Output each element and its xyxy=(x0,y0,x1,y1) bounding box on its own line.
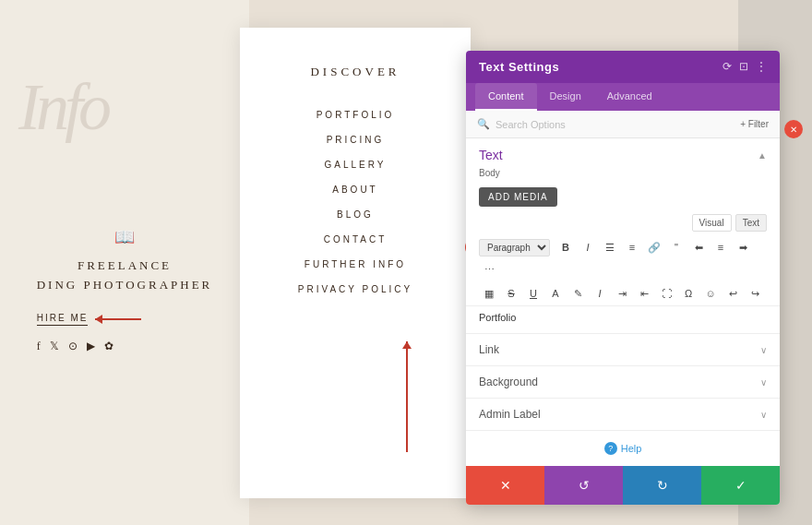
discover-title: DISCOVER xyxy=(310,65,400,79)
paragraph-select[interactable]: Paragraph xyxy=(479,239,550,257)
unordered-list-btn[interactable]: ☰ xyxy=(600,237,620,257)
panel-body: Text ▲ Body ADD MEDIA Visual Text Paragr… xyxy=(466,138,780,466)
undo-editor-btn[interactable]: ↩ xyxy=(722,283,743,304)
panel-tabs: Content Design Advanced xyxy=(466,83,780,111)
quote-left-btn[interactable]: " xyxy=(666,237,687,257)
nav-about[interactable]: ABOUT xyxy=(240,177,471,202)
help-link[interactable]: ? Help xyxy=(477,442,769,455)
twitter-icon[interactable]: 𝕏 xyxy=(50,340,59,353)
center-nav-panel: DISCOVER PORTFOLIO PRICING GALLERY ABOUT… xyxy=(240,28,471,498)
text-mode-btn[interactable]: Text xyxy=(735,214,767,232)
pinterest-icon[interactable]: ✿ xyxy=(104,340,113,353)
fullscreen-btn[interactable]: ⛶ xyxy=(656,283,676,304)
redo-editor-btn[interactable]: ↪ xyxy=(745,283,765,304)
youtube-icon[interactable]: ▶ xyxy=(87,340,95,353)
search-wrap: 🔍 Search Options xyxy=(477,118,566,130)
nav-blog[interactable]: BLOG xyxy=(240,202,471,227)
nav-pricing[interactable]: PRICING xyxy=(240,127,471,152)
help-label: Help xyxy=(621,443,642,454)
expand-icon[interactable]: ⊡ xyxy=(739,60,748,74)
photographer-title: FREELANCE DING PHOTOGRAPHER xyxy=(37,257,213,295)
format-toolbar-row1: Paragraph B I ☰ ≡ 🔗 " ⬅ ≡ ➡ ⋯ xyxy=(466,235,780,281)
text-section: Text ▲ Body ADD MEDIA Visual Text Paragr… xyxy=(466,138,780,334)
text-chevron-icon: ▲ xyxy=(758,150,767,161)
background-label: Background xyxy=(479,376,538,388)
nav-list: PORTFOLIO PRICING GALLERY ABOUT BLOG CON… xyxy=(240,102,471,302)
panel-close-x[interactable]: ✕ xyxy=(784,120,803,138)
body-label: Body xyxy=(466,168,780,184)
bold-btn[interactable]: B xyxy=(555,237,576,257)
special-char-btn[interactable]: Ω xyxy=(678,283,699,304)
nav-portfolio[interactable]: PORTFOLIO xyxy=(240,102,471,127)
align-left-btn[interactable]: ⬅ xyxy=(688,237,709,257)
link-btn[interactable]: 🔗 xyxy=(644,237,664,257)
tab-design[interactable]: Design xyxy=(537,83,594,111)
visual-mode-btn[interactable]: Visual xyxy=(692,214,732,232)
tab-advanced[interactable]: Advanced xyxy=(594,83,665,111)
search-icon: 🔍 xyxy=(477,118,490,130)
emoji-btn[interactable]: ☺ xyxy=(700,283,721,304)
filter-button[interactable]: + Filter xyxy=(740,119,769,129)
text-color-btn[interactable]: A xyxy=(545,283,566,304)
background-section[interactable]: Background ∨ xyxy=(466,366,780,399)
arrow-up xyxy=(406,341,408,452)
align-right-btn[interactable]: ➡ xyxy=(733,237,753,257)
confirm-button[interactable]: ✓ xyxy=(701,466,780,505)
link-section[interactable]: Link ∨ xyxy=(466,334,780,366)
more-formats-btn[interactable]: ⋯ xyxy=(479,259,499,280)
text-section-title: Text xyxy=(479,148,503,162)
table-btn[interactable]: ▦ xyxy=(479,283,499,304)
nav-privacy-policy[interactable]: PRIVACY POLICY xyxy=(240,277,471,302)
italic2-btn[interactable]: I xyxy=(590,283,610,304)
facebook-icon[interactable]: f xyxy=(37,340,41,353)
underline-btn[interactable]: U xyxy=(523,283,543,304)
instagram-icon[interactable]: ⊙ xyxy=(68,340,78,353)
text-section-header[interactable]: Text ▲ xyxy=(466,138,780,168)
panel-header: Text Settings ⟳ ⊡ ⋮ xyxy=(466,51,780,83)
more-icon[interactable]: ⋮ xyxy=(756,60,767,74)
indent-btn[interactable]: ⇥ xyxy=(612,283,632,304)
watermark: Info xyxy=(18,74,107,140)
left-panel: Info 📖 FREELANCE DING PHOTOGRAPHER HIRE … xyxy=(0,0,249,525)
redo-button[interactable]: ↻ xyxy=(623,466,701,505)
background-chevron-icon: ∨ xyxy=(760,377,767,388)
link-chevron-icon: ∨ xyxy=(760,345,767,355)
outdent-btn[interactable]: ⇤ xyxy=(634,283,654,304)
close-button[interactable]: ✕ xyxy=(466,466,544,505)
editor-content[interactable]: Portfolio xyxy=(466,305,780,333)
admin-chevron-icon: ∨ xyxy=(760,410,767,420)
editor-mode-toolbar: Visual Text xyxy=(466,210,780,235)
nav-further-info[interactable]: FURTHER INFO xyxy=(240,252,471,277)
tab-content[interactable]: Content xyxy=(475,83,537,111)
help-icon: ? xyxy=(604,442,617,455)
format-toolbar-row2: ▦ S U A ✎ I ⇥ ⇤ ⛶ Ω ☺ ↩ ↪ xyxy=(466,281,780,305)
admin-label: Admin Label xyxy=(479,408,541,421)
hire-me-button[interactable]: HIRE ME xyxy=(37,313,89,326)
refresh-icon[interactable]: ⟳ xyxy=(722,60,732,74)
panel-title: Text Settings xyxy=(479,60,559,74)
text-settings-panel: Text Settings ⟳ ⊡ ⋮ Content Design Advan… xyxy=(466,51,780,505)
nav-gallery[interactable]: GALLERY xyxy=(240,152,471,177)
font-btn[interactable]: ✎ xyxy=(567,283,588,304)
nav-contact[interactable]: CONTACT xyxy=(240,227,471,252)
panel-footer: ✕ ↺ ↻ ✓ xyxy=(466,466,780,505)
panel-search-bar: 🔍 Search Options + Filter xyxy=(466,111,780,138)
admin-label-section[interactable]: Admin Label ∨ xyxy=(466,399,780,431)
strikethrough-btn[interactable]: S xyxy=(501,283,521,304)
book-icon: 📖 xyxy=(37,227,213,247)
hire-me-arrow xyxy=(95,318,141,320)
search-placeholder[interactable]: Search Options xyxy=(496,119,566,130)
panel-header-icons: ⟳ ⊡ ⋮ xyxy=(722,60,767,74)
italic-btn[interactable]: I xyxy=(578,237,598,257)
ordered-list-btn[interactable]: ≡ xyxy=(622,237,642,257)
help-section: ? Help xyxy=(466,431,780,466)
arrow-up-container xyxy=(406,341,408,452)
add-media-button[interactable]: ADD MEDIA xyxy=(479,187,557,207)
align-center-btn[interactable]: ≡ xyxy=(710,237,731,257)
undo-button[interactable]: ↺ xyxy=(544,466,623,505)
link-label: Link xyxy=(479,343,499,356)
